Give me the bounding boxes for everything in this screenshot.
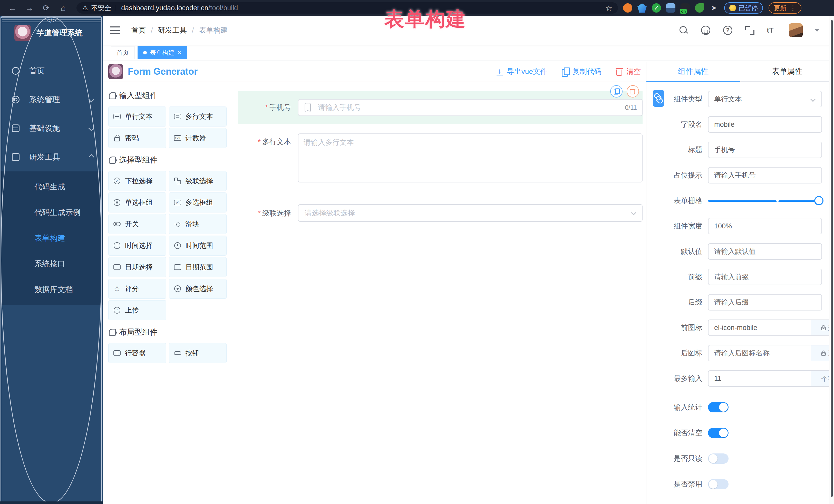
palette-item-label: 行容器: [125, 349, 146, 358]
copy-label: 复制代码: [572, 67, 601, 76]
browser-update-button[interactable]: 更新 ⋮: [769, 2, 802, 14]
palette-item-checkbox-group[interactable]: 多选框组: [169, 193, 227, 213]
tab-component-props[interactable]: 组件属性: [646, 62, 740, 81]
slider-handle[interactable]: [814, 196, 824, 205]
avatar-caret-icon[interactable]: [814, 29, 820, 32]
page-scrollbar[interactable]: [829, 16, 834, 504]
main-area: 首页 / 研发工具 / 表单构建 首页 表单构建 ×: [103, 16, 834, 504]
field-name-input[interactable]: [708, 116, 822, 133]
canvas-row-mobile[interactable]: 手机号 0/11: [238, 91, 642, 124]
browser-back-icon[interactable]: ←: [8, 3, 17, 13]
clear-button[interactable]: 清空: [616, 67, 641, 76]
extension-leaf-icon[interactable]: [695, 3, 704, 13]
cascader-select[interactable]: 请选择级联选择: [298, 204, 642, 222]
clearable-toggle[interactable]: [708, 428, 728, 438]
palette-item-time-range[interactable]: 时间范围: [169, 236, 227, 256]
form-generator-logo: [108, 64, 123, 79]
palette-item-time-picker[interactable]: 时间选择: [108, 236, 166, 256]
extension-gem-icon[interactable]: [637, 3, 647, 13]
palette-item-button[interactable]: 按钮: [169, 343, 227, 363]
width-input[interactable]: [708, 218, 822, 234]
export-vue-button[interactable]: 导出vue文件: [496, 67, 547, 76]
palette-item-label: 日期范围: [185, 263, 213, 272]
breadcrumb-home[interactable]: 首页: [131, 25, 146, 35]
help-icon[interactable]: [723, 25, 733, 36]
browser-forward-icon[interactable]: →: [25, 3, 34, 13]
form-generator-title: Form Generator: [128, 66, 198, 77]
prop-label: 后缀: [646, 298, 702, 307]
field-control: 0/11: [298, 99, 642, 116]
extension-switch-icon[interactable]: on: [681, 3, 690, 13]
browser-reload-icon[interactable]: ⟳: [42, 3, 51, 13]
palette-section-title: 布局型组件: [109, 327, 226, 337]
scrollbar-thumb[interactable]: [831, 20, 833, 497]
tag-close-icon[interactable]: ×: [178, 49, 181, 56]
palette-item-single-line[interactable]: 单行文本: [108, 107, 166, 127]
paused-extension-button[interactable]: 已暂停: [724, 2, 763, 14]
component-type-value: 单行文本: [714, 94, 742, 104]
copy-icon: [614, 88, 619, 94]
delete-row-button[interactable]: [627, 85, 639, 97]
sidebar-item-db-doc[interactable]: 数据库文档: [0, 277, 103, 302]
tab-form-props[interactable]: 表单属性: [740, 62, 834, 81]
slider-track[interactable]: [708, 200, 822, 202]
palette-item-cascader[interactable]: 级联选择: [169, 171, 227, 191]
input-stat-toggle[interactable]: [708, 402, 728, 412]
duplicate-row-button[interactable]: [610, 85, 622, 97]
suffix-icon-input[interactable]: [708, 345, 811, 361]
copy-code-button[interactable]: 复制代码: [562, 67, 601, 76]
tag-form-builder[interactable]: 表单构建 ×: [137, 46, 187, 59]
palette-item-date-range[interactable]: 日期范围: [169, 257, 227, 277]
max-input-field[interactable]: [708, 370, 811, 387]
security-label[interactable]: 不安全: [91, 4, 111, 13]
url-path[interactable]: /tool/build: [208, 4, 238, 12]
title-input[interactable]: [708, 141, 822, 158]
breadcrumb-devtools[interactable]: 研发工具: [158, 25, 187, 35]
palette-item-slider[interactable]: 滑块: [169, 214, 227, 234]
palette-item-rate[interactable]: 评分: [108, 279, 166, 299]
url-host[interactable]: dashboard.yudao.iocoder.cn: [121, 4, 208, 12]
readonly-toggle[interactable]: [708, 454, 728, 464]
bookmark-star-icon[interactable]: ☆: [605, 4, 612, 13]
browser-home-icon[interactable]: ⌂: [59, 3, 68, 13]
fullscreen-icon[interactable]: [745, 25, 755, 36]
address-bar[interactable]: ⚠ 不安全 dashboard.yudao.iocoder.cn /tool/b…: [76, 2, 618, 14]
palette-item-select[interactable]: 下拉选择: [108, 171, 166, 191]
palette-item-date-picker[interactable]: 日期选择: [108, 257, 166, 277]
multiline-textarea[interactable]: [298, 133, 642, 182]
tag-home[interactable]: 首页: [111, 46, 134, 59]
prefix-input[interactable]: [708, 269, 822, 285]
prop-row-width: 组件宽度: [646, 218, 822, 234]
mobile-input[interactable]: [298, 99, 642, 116]
extensions-overflow-icon[interactable]: ➤: [709, 3, 719, 13]
user-avatar[interactable]: [789, 23, 803, 37]
disabled-toggle[interactable]: [708, 479, 728, 489]
form-grid-slider[interactable]: [708, 196, 822, 206]
palette-item-upload[interactable]: 上传: [108, 300, 166, 320]
extension-puzzle-icon[interactable]: [666, 3, 675, 13]
component-type-select[interactable]: 单行文本: [708, 91, 822, 107]
palette-item-counter[interactable]: 计数器: [169, 128, 227, 148]
extension-refresh-icon[interactable]: [623, 3, 632, 13]
suffix-input[interactable]: [708, 294, 822, 310]
palette-item-textarea[interactable]: 多行文本: [169, 107, 227, 127]
placeholder-input[interactable]: [708, 167, 822, 183]
github-icon[interactable]: [701, 25, 711, 36]
extension-check-icon[interactable]: [652, 3, 661, 13]
default-value-input[interactable]: [708, 243, 822, 260]
palette-item-password[interactable]: 密码: [108, 128, 166, 148]
search-icon[interactable]: [679, 25, 689, 36]
prop-row-prefix-icon: 前图标 选择: [646, 320, 822, 336]
sidebar-collapse-icon[interactable]: [110, 26, 120, 34]
link-handle-button[interactable]: [653, 90, 664, 107]
prefix-icon-input[interactable]: [708, 320, 811, 336]
form-canvas[interactable]: 手机号 0/11 多行文本: [232, 82, 646, 504]
palette-item-row-container[interactable]: 行容器: [108, 343, 166, 363]
font-size-icon[interactable]: [767, 25, 777, 36]
browser-menu-icon[interactable]: ⋮: [790, 4, 796, 12]
palette-item-radio-group[interactable]: 单选框组: [108, 193, 166, 213]
canvas-row-cascader[interactable]: 级联选择 请选择级联选择: [238, 204, 642, 222]
palette-item-switch[interactable]: 开关: [108, 214, 166, 234]
palette-item-color-picker[interactable]: 颜色选择: [169, 279, 227, 299]
canvas-row-textarea[interactable]: 多行文本: [238, 133, 642, 183]
